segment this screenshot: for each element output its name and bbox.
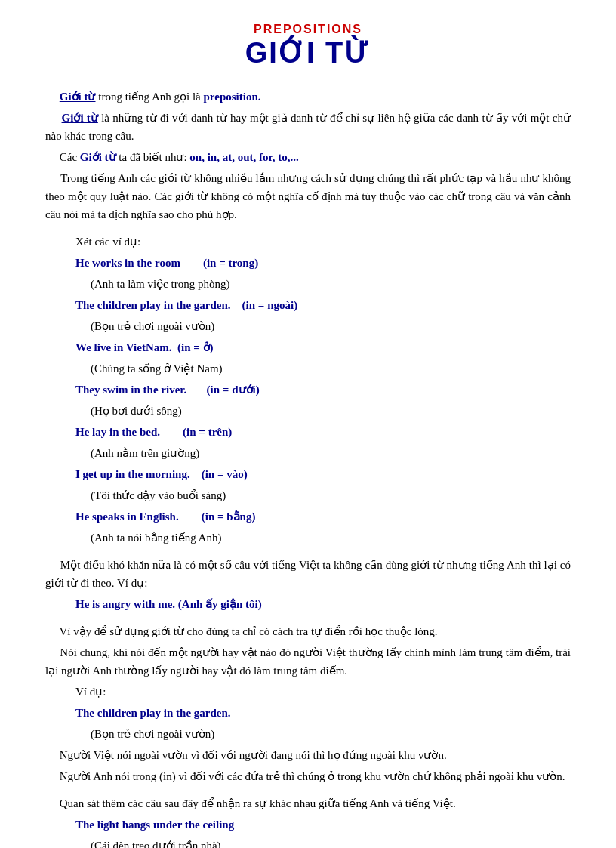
gioi-tu-label-3: Giới từ [80, 151, 116, 163]
para-7: Vì vậy để sử dụng giới từ cho đúng ta ch… [45, 622, 571, 640]
example-1-en: He works in the room (in = trong) [75, 254, 571, 272]
gioi-tu-label-1: Giới từ [60, 91, 96, 103]
gioi-tu-list: on, in, at, out, for, to,... [189, 151, 298, 163]
page-header: PREPOSITIONS GIỚI TỪ [45, 23, 571, 69]
para-12: Quan sát thêm các câu sau đây để nhận ra… [45, 794, 571, 813]
example-6-vi: (Tôi thức dậy vào buổi sáng) [91, 486, 571, 504]
gioi-tu-label-2: Giới từ [62, 112, 98, 124]
example-9-en: The children play in the garden. [75, 704, 571, 722]
para-1: Giới từ trong tiếng Anh gọi là prepositi… [45, 88, 571, 106]
main-content: Giới từ trong tiếng Anh gọi là prepositi… [45, 88, 571, 848]
para-3: Các Giới từ ta đã biết như: on, in, at, … [45, 148, 571, 166]
example-10-en: The light hangs under the ceiling [75, 816, 571, 834]
example-3-en: We live in VietNam. (in = ở) [75, 338, 571, 356]
example-9-vi: (Bọn trẻ chơi ngoài vườn) [91, 725, 571, 743]
example-10-vi: (Cái đèn treo dưới trần nhà) [91, 837, 571, 848]
para-5-label: Xét các ví dụ: [75, 233, 571, 251]
preposition-label: preposition. [204, 91, 261, 103]
example-3-vi: (Chúng ta sống ở Việt Nam) [91, 359, 571, 378]
example-7-vi: (Anh ta nói bằng tiếng Anh) [91, 529, 571, 547]
para-4: Trong tiếng Anh các giới từ không nhiều … [45, 169, 571, 224]
header-title: GIỚI TỪ [45, 36, 571, 69]
example-6-en: I get up in the morning. (in = vào) [75, 465, 571, 483]
example-4-vi: (Họ bơi dưới sông) [91, 402, 571, 420]
para-8: Nói chung, khi nói đến một người hay vật… [45, 643, 571, 680]
header-subtitle: PREPOSITIONS [45, 23, 571, 36]
para-11: Người Anh nói trong (in) vì đối với các … [45, 767, 571, 785]
para-2: Giới từ là những từ đi với danh từ hay m… [45, 109, 571, 145]
para-3-start: Các [60, 151, 80, 163]
example-2-en: The children play in the garden. (in = n… [75, 296, 571, 314]
para-3-mid: ta đã biết như: [116, 151, 190, 163]
para-1-text: trong tiếng Anh gọi là [98, 91, 201, 103]
example-1-vi: (Anh ta làm việc trong phòng) [91, 275, 571, 293]
para-10: Người Việt nói ngoài vườn vì đối với ngư… [45, 746, 571, 764]
para-9: Ví dụ: [75, 683, 571, 701]
para-2-rest: là những từ đi với danh từ hay một giả d… [45, 112, 571, 142]
example-8: He is angry with me. (Anh ấy giận tôi) [75, 595, 571, 613]
example-4-en: They swim in the river. (in = dưới) [75, 381, 571, 399]
example-7-en: He speaks in English. (in = bằng) [75, 507, 571, 526]
example-5-en: He lay in the bed. (in = trên) [75, 423, 571, 441]
para-6: Một điều khó khăn nữa là có một số câu v… [45, 556, 571, 592]
example-5-vi: (Anh nằm trên giường) [91, 444, 571, 462]
example-2-vi: (Bọn trẻ chơi ngoài vườn) [91, 317, 571, 335]
